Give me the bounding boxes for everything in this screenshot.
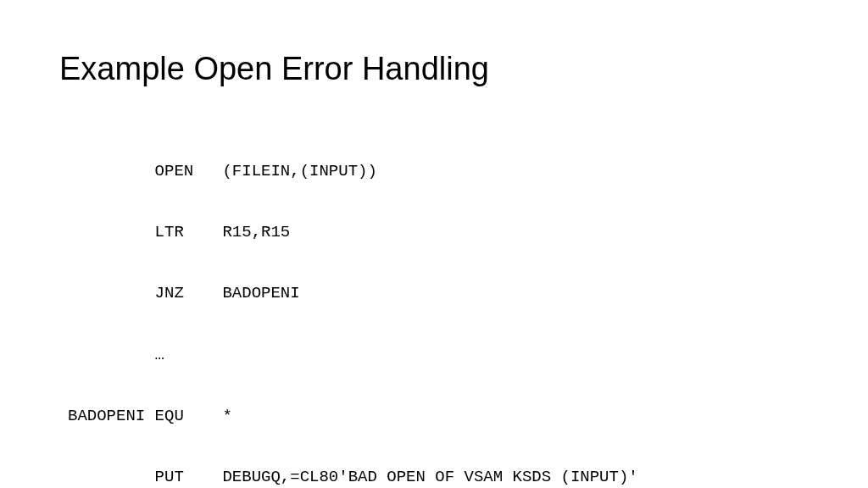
- code-line: BADOPENI EQU *: [68, 401, 809, 431]
- code-line: PUT DEBUGQ,=CL80'BAD OPEN OF VSAM KSDS (…: [68, 462, 809, 488]
- code-line: JNZ BADOPENI: [68, 278, 809, 308]
- slide-title: Example Open Error Handling: [59, 51, 809, 87]
- code-line: …: [68, 340, 809, 370]
- code-line: LTR R15,R15: [68, 217, 809, 247]
- code-line: OPEN (FILEIN,(INPUT)): [68, 156, 809, 186]
- code-example-block: OPEN (FILEIN,(INPUT)) LTR R15,R15 JNZ BA…: [68, 125, 809, 488]
